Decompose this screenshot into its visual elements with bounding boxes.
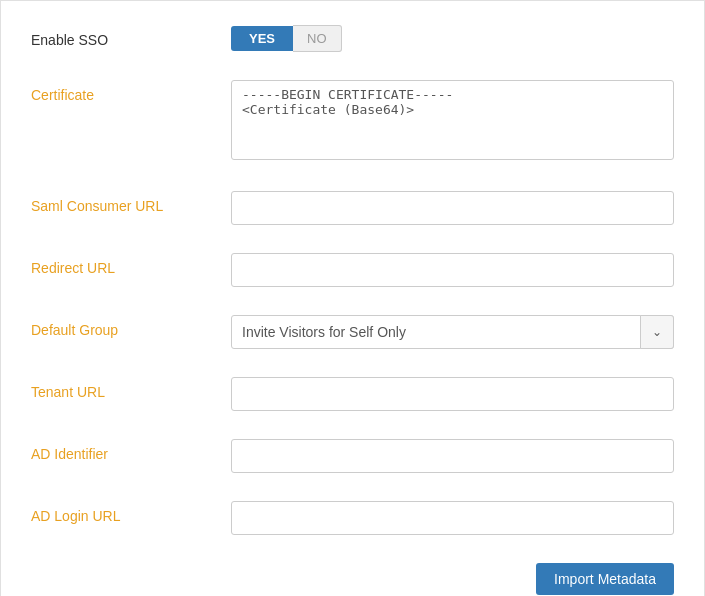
ad-identifier-label: AD Identifier (31, 439, 231, 462)
redirect-url-control (231, 253, 674, 287)
ad-login-url-row: AD Login URL (31, 487, 674, 549)
default-group-control: Invite Visitors for Self Only Option 2 O… (231, 315, 674, 349)
saml-consumer-url-control (231, 191, 674, 225)
certificate-textarea[interactable]: -----BEGIN CERTIFICATE----- <Certificate… (231, 80, 674, 160)
certificate-row: Certificate -----BEGIN CERTIFICATE----- … (31, 66, 674, 177)
certificate-control: -----BEGIN CERTIFICATE----- <Certificate… (231, 80, 674, 163)
default-group-row: Default Group Invite Visitors for Self O… (31, 301, 674, 363)
ad-identifier-row: AD Identifier (31, 425, 674, 487)
toggle-yes-button[interactable]: YES (231, 26, 293, 51)
tenant-url-input[interactable] (231, 377, 674, 411)
sso-form: Enable SSO YES NO Certificate -----BEGIN… (0, 0, 705, 596)
ad-login-url-label: AD Login URL (31, 501, 231, 524)
ad-login-url-input[interactable] (231, 501, 674, 535)
redirect-url-input[interactable] (231, 253, 674, 287)
certificate-label: Certificate (31, 80, 231, 103)
tenant-url-control (231, 377, 674, 411)
enable-sso-toggle-wrap: YES NO (231, 25, 674, 52)
tenant-url-label: Tenant URL (31, 377, 231, 400)
saml-consumer-url-input[interactable] (231, 191, 674, 225)
toggle-no-button[interactable]: NO (293, 25, 342, 52)
redirect-url-label: Redirect URL (31, 253, 231, 276)
import-btn-row: Import Metadata (31, 549, 674, 595)
default-group-label: Default Group (31, 315, 231, 338)
import-metadata-button[interactable]: Import Metadata (536, 563, 674, 595)
ad-identifier-control (231, 439, 674, 473)
saml-consumer-url-label: Saml Consumer URL (31, 191, 231, 214)
toggle-group: YES NO (231, 25, 674, 52)
ad-login-url-control (231, 501, 674, 535)
enable-sso-label: Enable SSO (31, 25, 231, 48)
tenant-url-row: Tenant URL (31, 363, 674, 425)
saml-consumer-url-row: Saml Consumer URL (31, 177, 674, 239)
default-group-select-wrap: Invite Visitors for Self Only Option 2 O… (231, 315, 674, 349)
redirect-url-row: Redirect URL (31, 239, 674, 301)
default-group-select[interactable]: Invite Visitors for Self Only Option 2 O… (231, 315, 674, 349)
ad-identifier-input[interactable] (231, 439, 674, 473)
enable-sso-row: Enable SSO YES NO (31, 11, 674, 66)
